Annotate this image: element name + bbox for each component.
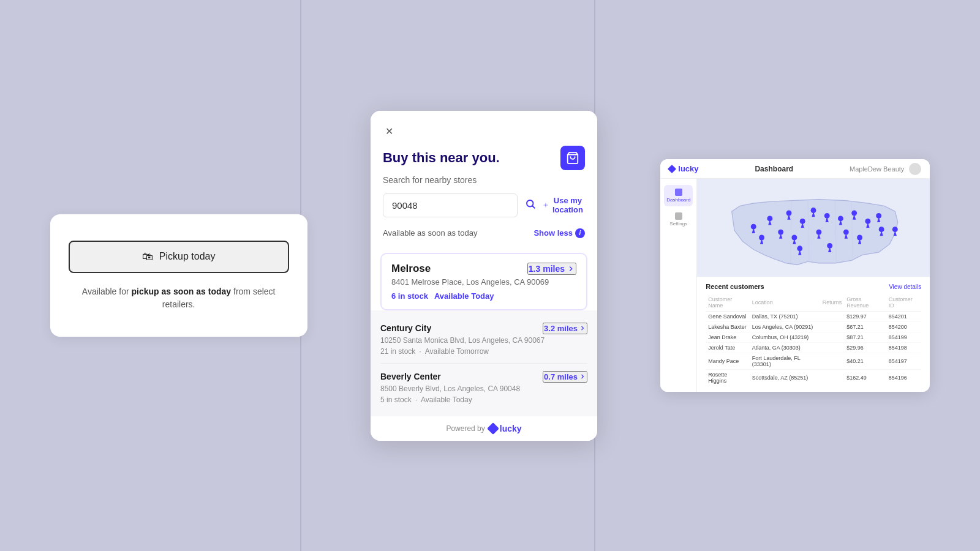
table-row: Gene Sandoval Dallas, TX (75201) $129.97… (706, 312, 921, 322)
dashboard-panel: lucky Dashboard MapleDew Beauty Dashboar… (660, 159, 930, 392)
other-store-distance-0[interactable]: 3.2 miles (543, 323, 587, 334)
recent-customers-section: Recent customers View details Customer N… (697, 277, 930, 392)
table-row: Jean Drake Columbus, OH (43219) $87.21 8… (706, 332, 921, 343)
dashboard-title: Dashboard (755, 165, 793, 173)
sidebar-item-dashboard[interactable]: Dashboard (664, 185, 693, 206)
svg-point-12 (800, 219, 805, 224)
svg-point-34 (843, 230, 849, 235)
other-store-badges-0: 21 in stock · Available Tomorrow (380, 347, 587, 356)
other-store-badges-1: 5 in stock · Available Today (380, 395, 587, 404)
other-store-distance-1[interactable]: 0.7 miles (543, 371, 587, 383)
col-revenue: Gross Revenue (844, 295, 886, 312)
powered-by: Powered by lucky (371, 416, 597, 441)
svg-point-8 (767, 216, 773, 221)
other-store-address-0: 10250 Santa Monica Blvd, Los Angeles, CA… (380, 336, 587, 345)
featured-store-distance-button[interactable]: 1.3 miles (527, 263, 576, 275)
table-row: Mandy Pace Fort Lauderdale, FL (33301) $… (706, 353, 921, 370)
store-finder-header: ✕ Buy this near you. Search for nearby s… (371, 111, 597, 253)
other-store-name-0: Century City (380, 323, 431, 333)
store-finder-title: Buy this near you. (383, 150, 500, 166)
map-area (697, 179, 930, 277)
svg-point-16 (824, 213, 830, 219)
svg-point-18 (838, 216, 843, 221)
lucky-diamond-icon (487, 422, 499, 435)
featured-store-name-row: Melrose 1.3 miles (391, 263, 576, 275)
table-row: Lakesha Baxter Los Angeles, CA (90291) $… (706, 322, 921, 332)
col-returns: Returns (820, 295, 845, 312)
info-icon: i (575, 228, 585, 238)
bag-icon: 🛍 (142, 250, 153, 263)
svg-point-20 (852, 211, 858, 216)
search-button[interactable] (522, 196, 538, 215)
svg-point-28 (778, 230, 784, 235)
powered-by-text: Powered by (446, 424, 484, 433)
svg-line-2 (532, 206, 534, 208)
sidebar-item-settings[interactable]: Settings (664, 209, 693, 230)
user-avatar (909, 163, 921, 175)
svg-point-32 (816, 230, 822, 235)
featured-store-badges: 6 in stock Available Today (391, 291, 576, 301)
other-store-item-1: Beverly Center 0.7 miles 8500 Beverly Bl… (380, 364, 587, 411)
dashboard-main: Recent customers View details Customer N… (697, 179, 930, 392)
bag-purple-icon (560, 146, 585, 170)
table-row: Rosette Higgins Scottsdale, AZ (85251) $… (706, 370, 921, 386)
featured-store-name: Melrose (391, 263, 431, 275)
title-row: Buy this near you. (383, 146, 585, 170)
pickup-description: Available for pickup as soon as today fr… (69, 285, 289, 311)
availability-row: Available as soon as today Show less i (383, 223, 585, 243)
dashboard-topbar-right: MapleDew Beauty (850, 163, 921, 175)
availability-text: Available as soon as today (383, 228, 477, 238)
featured-stock-badge: 6 in stock (391, 291, 428, 301)
other-stores-list: Century City 3.2 miles 10250 Santa Monic… (371, 310, 597, 416)
dashboard-sidebar: Dashboard Settings (660, 179, 697, 392)
other-store-address-1: 8500 Beverly Blvd, Los Angeles, CA 90048 (380, 384, 587, 393)
search-row: Use my location (383, 193, 585, 217)
dashboard-topbar: lucky Dashboard MapleDew Beauty (660, 159, 930, 179)
table-row: Jerold Tate Atlanta, GA (30303) $29.96 8… (706, 343, 921, 353)
other-store-item-0: Century City 3.2 miles 10250 Santa Monic… (380, 315, 587, 364)
svg-point-26 (879, 227, 884, 232)
featured-store-address: 8401 Melrose Place, Los Angeles, CA 9006… (391, 277, 576, 287)
svg-point-3 (545, 204, 546, 206)
close-button[interactable]: ✕ (383, 123, 396, 140)
svg-point-10 (786, 211, 792, 216)
other-store-name-1: Beverly Center (380, 372, 441, 381)
rc-header: Recent customers View details (706, 283, 921, 290)
dashboard-icon (675, 189, 682, 196)
svg-point-30 (792, 235, 797, 241)
rc-title: Recent customers (706, 283, 764, 290)
col-location: Location (750, 295, 820, 312)
svg-point-42 (892, 227, 898, 232)
dashboard-body: Dashboard Settings (660, 179, 930, 392)
zip-input[interactable] (383, 193, 518, 217)
lucky-logo: lucky (489, 424, 522, 433)
svg-point-6 (751, 224, 756, 230)
featured-store: Melrose 1.3 miles 8401 Melrose Place, Lo… (380, 253, 587, 310)
show-less-button[interactable]: Show less i (533, 228, 585, 238)
svg-point-22 (865, 219, 871, 224)
svg-point-36 (857, 235, 862, 241)
use-location-button[interactable]: Use my location (543, 196, 585, 214)
settings-icon (675, 212, 682, 220)
col-customer-id: Customer ID (886, 295, 922, 312)
svg-point-24 (876, 213, 882, 219)
pickup-panel: 🛍 Pickup today Available for pickup as s… (50, 214, 307, 337)
svg-point-44 (759, 235, 764, 241)
svg-point-38 (797, 246, 803, 251)
store-finder-subtitle: Search for nearby stores (383, 175, 585, 185)
pickup-today-button[interactable]: 🛍 Pickup today (69, 241, 289, 273)
dashboard-logo: lucky (669, 164, 698, 173)
scene: 🛍 Pickup today Available for pickup as s… (0, 0, 980, 551)
lucky-dash-icon (668, 164, 676, 173)
pickup-button-label: Pickup today (159, 251, 216, 262)
col-customer-name: Customer Name (706, 295, 749, 312)
svg-point-40 (827, 243, 833, 249)
store-finder-modal: ✕ Buy this near you. Search for nearby s… (371, 111, 597, 441)
rc-view-all-button[interactable]: View details (889, 283, 921, 290)
svg-point-14 (811, 208, 816, 213)
featured-avail-badge: Available Today (434, 291, 494, 301)
customers-table: Customer Name Location Returns Gross Rev… (706, 295, 921, 386)
